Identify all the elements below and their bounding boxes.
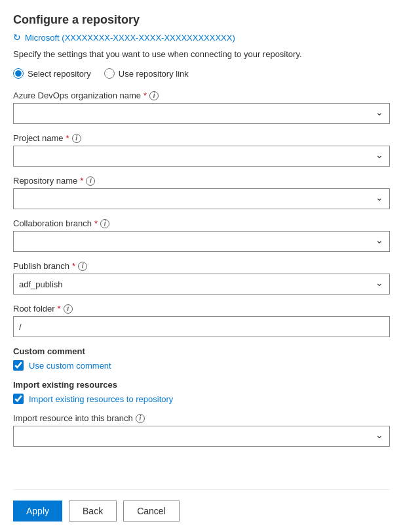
collab-branch-field-group: Collaboration branch * i xyxy=(13,218,390,252)
import-existing-section: Import existing resources Import existin… xyxy=(13,380,390,404)
import-existing-checkbox[interactable] xyxy=(13,394,24,404)
collab-branch-info-icon[interactable]: i xyxy=(100,219,109,228)
use-repository-link-option[interactable]: Use repository link xyxy=(104,68,189,79)
org-name-info-icon[interactable]: i xyxy=(149,91,159,100)
cancel-button[interactable]: Cancel xyxy=(123,501,180,522)
org-name-select[interactable] xyxy=(13,103,390,124)
use-repository-link-radio[interactable] xyxy=(104,68,115,79)
use-repository-link-label: Use repository link xyxy=(119,69,189,79)
import-branch-field-group: Import resource into this branch i xyxy=(13,413,390,447)
import-existing-section-label: Import existing resources xyxy=(13,380,390,390)
project-name-label: Project name * i xyxy=(13,133,390,143)
import-existing-label-text: Import existing resources to repository xyxy=(29,394,173,404)
collab-branch-label: Collaboration branch * i xyxy=(13,218,390,228)
publish-branch-select[interactable]: adf_publish xyxy=(13,274,390,295)
repo-name-field-group: Repository name * i xyxy=(13,176,390,209)
import-branch-info-icon[interactable]: i xyxy=(136,414,145,423)
publish-branch-info-icon[interactable]: i xyxy=(78,262,87,271)
custom-comment-section-label: Custom comment xyxy=(13,346,390,356)
root-folder-input[interactable] xyxy=(13,316,390,337)
import-branch-select-wrapper xyxy=(13,426,390,447)
org-name-field-group: Azure DevOps organization name * i xyxy=(13,91,390,124)
import-existing-checkbox-label[interactable]: Import existing resources to repository xyxy=(13,394,390,404)
footer: Apply Back Cancel xyxy=(13,489,390,532)
collab-branch-select-wrapper xyxy=(13,231,390,252)
repo-name-label: Repository name * i xyxy=(13,176,390,186)
publish-branch-required: * xyxy=(72,261,75,271)
apply-button[interactable]: Apply xyxy=(13,501,62,522)
custom-comment-checkbox-label[interactable]: Use custom comment xyxy=(13,360,390,371)
project-name-required: * xyxy=(66,133,69,143)
org-name-label: Azure DevOps organization name * i xyxy=(13,91,390,100)
page-container: Configure a repository ↻ Microsoft (XXXX… xyxy=(0,0,403,532)
custom-comment-section: Custom comment Use custom comment xyxy=(13,346,390,371)
custom-comment-checkbox[interactable] xyxy=(13,360,24,371)
import-branch-select[interactable] xyxy=(13,426,390,447)
project-name-select[interactable] xyxy=(13,146,390,167)
project-name-field-group: Project name * i xyxy=(13,133,390,167)
refresh-icon: ↻ xyxy=(13,32,21,43)
account-name: Microsoft (XXXXXXXX-XXXX-XXXX-XXXXXXXXXX… xyxy=(25,33,235,43)
import-branch-label: Import resource into this branch i xyxy=(13,413,390,423)
org-name-required: * xyxy=(144,91,147,100)
root-folder-field-group: Root folder * i xyxy=(13,304,390,337)
custom-comment-label-text: Use custom comment xyxy=(29,361,111,371)
account-row: ↻ Microsoft (XXXXXXXX-XXXX-XXXX-XXXXXXXX… xyxy=(13,32,390,43)
description-text: Specify the settings that you want to us… xyxy=(13,49,390,59)
select-repository-radio[interactable] xyxy=(13,68,24,79)
root-folder-label: Root folder * i xyxy=(13,304,390,314)
select-repository-option[interactable]: Select repository xyxy=(13,68,91,79)
repo-name-info-icon[interactable]: i xyxy=(86,176,95,186)
publish-branch-select-wrapper: adf_publish xyxy=(13,274,390,295)
repo-name-select-wrapper xyxy=(13,188,390,209)
root-folder-info-icon[interactable]: i xyxy=(64,304,73,314)
page-title: Configure a repository xyxy=(13,13,390,27)
repository-type-radio-group: Select repository Use repository link xyxy=(13,68,390,79)
project-name-info-icon[interactable]: i xyxy=(72,134,81,143)
collab-branch-select[interactable] xyxy=(13,231,390,252)
repo-name-select[interactable] xyxy=(13,188,390,209)
org-name-select-wrapper xyxy=(13,103,390,124)
collab-branch-required: * xyxy=(94,218,98,228)
publish-branch-field-group: Publish branch * i adf_publish xyxy=(13,261,390,295)
repo-name-required: * xyxy=(80,176,83,186)
publish-branch-label: Publish branch * i xyxy=(13,261,390,271)
select-repository-label: Select repository xyxy=(28,69,91,79)
root-folder-required: * xyxy=(58,304,61,314)
project-name-select-wrapper xyxy=(13,146,390,167)
back-button[interactable]: Back xyxy=(69,501,117,522)
